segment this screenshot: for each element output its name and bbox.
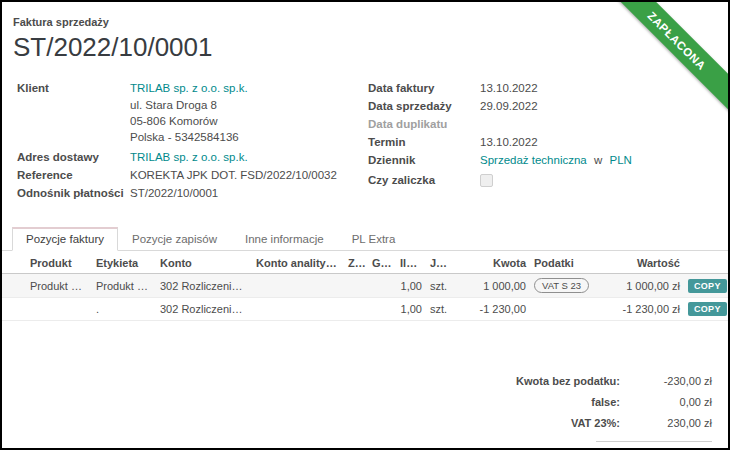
field-reference: Reference KOREKTA JPK DOT. FSD/2022/10/0… [17, 167, 354, 184]
cell-konto-analityczne [252, 298, 344, 321]
dziennik-conjunction: w [594, 154, 602, 166]
cell-copy: COPY [684, 298, 728, 321]
invoice-lines-table: Produkt Etykieta Konto Konto analityczne… [2, 251, 728, 321]
cell-etykieta: Produkt 1 test [92, 274, 156, 298]
cell-zn [344, 298, 368, 321]
field-czy-zaliczka: Czy zaliczka [368, 172, 714, 189]
dziennik-currency-link[interactable]: PLN [609, 154, 631, 166]
cell-ilosc: 1,00 [396, 298, 426, 321]
data-faktury-value: 13.10.2022 [480, 80, 538, 97]
field-adres-dostawy: Adres dostawy TRILAB sp. z o.o. sp.k. [17, 149, 354, 166]
cell-ilosc: 1,00 [396, 274, 426, 298]
reference-value: KOREKTA JPK DOT. FSD/2022/10/0032 [130, 167, 337, 184]
col-copy [684, 251, 728, 274]
totals-summary: Kwota bez podatku: -230,00 zł false: 0,0… [2, 371, 728, 450]
adres-dostawy-link[interactable]: TRILAB sp. z o.o. sp.k. [130, 149, 248, 166]
tab-pozycje-zapisow[interactable]: Pozycje zapisów [118, 228, 231, 251]
col-produkt: Produkt [2, 251, 92, 274]
col-ilosc: Ilość [396, 251, 426, 274]
notebook-tabbar: Pozycje faktury Pozycje zapisów Inne inf… [2, 228, 728, 251]
field-data-faktury: Data faktury 13.10.2022 [368, 80, 714, 97]
data-sprzedazy-value: 29.09.2022 [480, 98, 538, 115]
cell-kwota: 1 000,00 [468, 274, 530, 298]
doc-type-label: Faktura sprzedaży [13, 16, 712, 28]
field-klient: Klient TRILAB sp. z o.o. sp.k. [17, 80, 354, 97]
col-zn: Zn… [344, 251, 368, 274]
cell-produkt: Produkt 1 test [2, 274, 92, 298]
dziennik-value: Sprzedaż techniczna w PLN [480, 152, 632, 169]
cell-konto-analityczne [252, 274, 344, 298]
summary-row-untaxed: Kwota bez podatku: -230,00 zł [2, 371, 712, 392]
cell-j: szt. [426, 274, 468, 298]
col-j: J… [426, 251, 468, 274]
cell-g [368, 298, 396, 321]
table-header-row: Produkt Etykieta Konto Konto analityczne… [2, 251, 728, 274]
cell-podatki: VAT S 23 [530, 274, 604, 298]
cell-zn [344, 274, 368, 298]
untaxed-value: -230,00 zł [620, 371, 712, 392]
cell-wartosc: 1 000,00 zł [604, 274, 684, 298]
dziennik-journal-link[interactable]: Sprzedaż techniczna [480, 154, 587, 166]
czy-zaliczka-label: Czy zaliczka [368, 172, 480, 189]
data-faktury-label: Data faktury [368, 80, 480, 97]
sheet-header: Faktura sprzedaży ST/2022/10/0001 [2, 2, 728, 62]
summary-row-vat: VAT 23%: 230,00 zł [2, 413, 712, 434]
field-odnosnik-platnosci: Odnośnik płatności ST/2022/10/0001 [17, 185, 354, 202]
field-group-left: Klient TRILAB sp. z o.o. sp.k. ul. Stara… [2, 80, 354, 202]
klient-address-line: ul. Stara Droga 8 [130, 97, 354, 113]
termin-label: Termin [368, 134, 480, 151]
field-groups: Klient TRILAB sp. z o.o. sp.k. ul. Stara… [2, 80, 728, 202]
col-podatki: Podatki [530, 251, 604, 274]
summary-row-false: false: 0,00 zł [2, 392, 712, 413]
tab-inne-informacje[interactable]: Inne informacje [231, 228, 338, 251]
klient-partner-link[interactable]: TRILAB sp. z o.o. sp.k. [130, 80, 248, 97]
cell-g [368, 274, 396, 298]
klient-address-line: Polska - 5342584136 [130, 129, 354, 145]
adres-dostawy-label: Adres dostawy [17, 149, 130, 166]
vat-label: VAT 23%: [571, 413, 620, 434]
tab-pl-extra[interactable]: PL Extra [338, 228, 410, 251]
cell-podatki [530, 298, 604, 321]
reference-label: Reference [17, 167, 130, 184]
odnosnik-platnosci-value: ST/2022/10/0001 [130, 185, 218, 202]
data-sprzedazy-label: Data sprzedaży [368, 98, 480, 115]
untaxed-label: Kwota bez podatku: [516, 371, 620, 392]
cell-kwota: -1 230,00 [468, 298, 530, 321]
field-group-right: Data faktury 13.10.2022 Data sprzedaży 2… [354, 80, 714, 202]
vat-value: 230,00 zł [620, 413, 712, 434]
col-wartosc: Wartość [604, 251, 684, 274]
cell-konto: 302 Rozliczenie sprze… [156, 274, 252, 298]
table-row[interactable]: . 302 Rozliczenie sprze… 1,00 szt. -1 23… [2, 298, 728, 321]
dziennik-label: Dziennik [368, 152, 480, 169]
tab-pozycje-faktury[interactable]: Pozycje faktury [12, 227, 118, 251]
false-label: false: [591, 392, 620, 413]
field-termin: Termin 13.10.2022 [368, 134, 714, 151]
cell-copy: COPY [684, 274, 728, 298]
odnosnik-platnosci-label: Odnośnik płatności [17, 185, 130, 202]
total-value: 0,00 zł [620, 446, 712, 450]
copy-button[interactable]: COPY [688, 302, 727, 316]
total-label: Suma: [586, 446, 620, 450]
cell-etykieta: . [92, 298, 156, 321]
col-konto-analityczne: Konto analityczne [252, 251, 344, 274]
termin-value: 13.10.2022 [480, 134, 538, 151]
cell-produkt [2, 298, 92, 321]
copy-button[interactable]: COPY [688, 279, 727, 293]
col-g: G… [368, 251, 396, 274]
data-duplikatu-label: Data duplikatu [368, 116, 480, 133]
total-separator [596, 441, 712, 442]
czy-zaliczka-checkbox[interactable] [480, 174, 493, 187]
false-value: 0,00 zł [620, 392, 712, 413]
cell-j: szt. [426, 298, 468, 321]
col-konto: Konto [156, 251, 252, 274]
cell-konto: 302 Rozliczenie sprze… [156, 298, 252, 321]
table-row[interactable]: Produkt 1 test Produkt 1 test 302 Rozlic… [2, 274, 728, 298]
klient-address-line: 05-806 Komorów [130, 113, 354, 129]
invoice-form-window: ZAPŁACONA Faktura sprzedaży ST/2022/10/0… [0, 0, 730, 450]
col-kwota: Kwota [468, 251, 530, 274]
field-data-duplikatu: Data duplikatu [368, 116, 714, 133]
field-dziennik: Dziennik Sprzedaż techniczna w PLN [368, 152, 714, 169]
cell-wartosc: -1 230,00 zł [604, 298, 684, 321]
field-data-sprzedazy: Data sprzedaży 29.09.2022 [368, 98, 714, 115]
summary-row-total: Suma: 0,00 zł [2, 446, 712, 450]
